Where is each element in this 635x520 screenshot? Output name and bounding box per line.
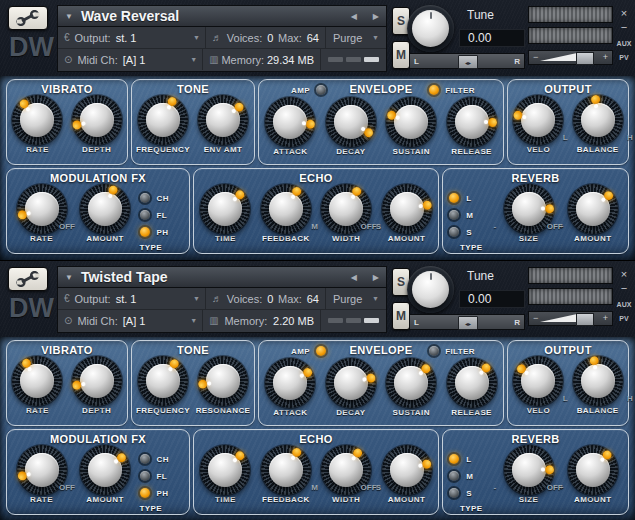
reverb-amount-knob[interactable] bbox=[568, 184, 618, 234]
output-balance-knob[interactable] bbox=[573, 95, 623, 145]
vibrato-rate-knob[interactable] bbox=[12, 95, 62, 145]
aux-button[interactable]: AUX bbox=[617, 298, 632, 311]
pan-slider-handle[interactable]: ◂▸ bbox=[458, 316, 478, 330]
envelope-section: AMP ENVELOPE FILTER ATTACK bbox=[258, 340, 504, 426]
output-balance-knob[interactable] bbox=[573, 356, 623, 406]
envelope-attack-knob[interactable] bbox=[265, 97, 315, 147]
minimize-button[interactable]: − bbox=[621, 281, 627, 295]
prev-instrument-button[interactable]: ◀ bbox=[351, 12, 357, 21]
close-button[interactable]: × bbox=[621, 268, 627, 281]
pv-button[interactable]: PV bbox=[619, 313, 628, 325]
window-controls: × − AUX PV bbox=[614, 268, 634, 325]
output-select[interactable]: € Output: st. 1 ▼ bbox=[58, 27, 206, 48]
envelope-sustain-knob[interactable] bbox=[386, 358, 436, 408]
modfx-amount-knob[interactable] bbox=[80, 445, 130, 495]
vibrato-depth-knob[interactable] bbox=[72, 95, 122, 145]
max-value[interactable]: 64 bbox=[307, 32, 319, 44]
echo-amount-knob[interactable] bbox=[382, 184, 432, 234]
knob-group: SUSTAIN bbox=[382, 97, 440, 156]
knob-group: FREQUENCY bbox=[134, 95, 192, 154]
tone-second-knob[interactable] bbox=[198, 95, 248, 145]
reverb-small-led[interactable] bbox=[449, 488, 459, 498]
amp-led[interactable] bbox=[316, 85, 326, 95]
envelope-decay-knob[interactable] bbox=[326, 358, 376, 408]
mute-button[interactable]: M bbox=[392, 41, 410, 69]
tone-frequency-knob[interactable] bbox=[138, 95, 188, 145]
knob-group: OFF AMOUNT bbox=[564, 184, 622, 243]
envelope-release-knob[interactable] bbox=[447, 358, 497, 408]
collapse-arrow-icon[interactable]: ▼ bbox=[65, 273, 73, 282]
output-select[interactable]: € Output: st. 1 ▼ bbox=[58, 288, 206, 309]
close-button[interactable]: × bbox=[621, 7, 627, 20]
volume-slider[interactable]: − + bbox=[528, 50, 613, 65]
title-bar[interactable]: ▼ Twisted Tape ◀ ▶ bbox=[57, 266, 387, 288]
wrench-button[interactable] bbox=[8, 267, 48, 291]
mute-button[interactable]: M bbox=[392, 302, 410, 330]
tune-value[interactable]: 0.00 bbox=[459, 29, 525, 47]
amp-led[interactable] bbox=[316, 346, 326, 356]
envelope-sustain-knob[interactable] bbox=[386, 97, 436, 147]
knob-group: ENV AMT bbox=[194, 95, 252, 154]
aux-button[interactable]: AUX bbox=[617, 37, 632, 50]
meter-segment bbox=[328, 57, 343, 62]
midi-channel-select[interactable]: ⊙ Midi Ch: [A] 1 ▼ bbox=[58, 310, 203, 331]
envelope-attack-knob[interactable] bbox=[265, 358, 315, 408]
tune-knob[interactable] bbox=[407, 5, 454, 52]
volume-slider-handle[interactable] bbox=[576, 313, 594, 326]
envelope-decay-knob[interactable] bbox=[326, 97, 376, 147]
purge-menu[interactable]: Purge ▼ bbox=[326, 27, 386, 48]
tone-frequency-knob[interactable] bbox=[138, 356, 188, 406]
collapse-arrow-icon[interactable]: ▼ bbox=[65, 12, 73, 21]
reverb-large-led[interactable] bbox=[449, 193, 459, 203]
filter-led[interactable] bbox=[429, 346, 439, 356]
output-velo-knob[interactable] bbox=[513, 356, 563, 406]
phaser-led[interactable] bbox=[140, 227, 150, 237]
midi-channel-select[interactable]: ⊙ Midi Ch: [A] 1 ▼ bbox=[58, 49, 203, 70]
purge-menu[interactable]: Purge ▼ bbox=[326, 288, 386, 309]
filter-led[interactable] bbox=[429, 85, 439, 95]
output-velo-knob[interactable] bbox=[513, 95, 563, 145]
wrench-button[interactable] bbox=[8, 6, 48, 30]
pan-slider-handle[interactable]: ◂▸ bbox=[458, 55, 478, 69]
max-value[interactable]: 64 bbox=[307, 293, 319, 305]
tone-second-knob[interactable] bbox=[198, 356, 248, 406]
chevron-down-icon: ▼ bbox=[190, 56, 197, 63]
modfx-amount-knob[interactable] bbox=[80, 184, 130, 234]
reverb-medium-led[interactable] bbox=[449, 210, 459, 220]
echo-feedback-knob[interactable] bbox=[261, 184, 311, 234]
vibrato-rate-knob[interactable] bbox=[12, 356, 62, 406]
tune-knob[interactable] bbox=[407, 266, 454, 313]
echo-time-knob[interactable] bbox=[200, 184, 250, 234]
echo-time-knob[interactable] bbox=[200, 445, 250, 495]
echo-feedback-knob[interactable] bbox=[261, 445, 311, 495]
flanger-led[interactable] bbox=[140, 210, 150, 220]
dw-logo: DW bbox=[9, 295, 54, 322]
volume-slider[interactable]: − + bbox=[528, 311, 613, 326]
chorus-led[interactable] bbox=[140, 193, 150, 203]
midi-icon: ⊙ bbox=[64, 315, 72, 326]
reverb-large-led[interactable] bbox=[449, 454, 459, 464]
prev-instrument-button[interactable]: ◀ bbox=[351, 273, 357, 282]
envelope-release-knob[interactable] bbox=[447, 97, 497, 147]
volume-slider-handle[interactable] bbox=[576, 52, 594, 65]
title-bar[interactable]: ▼ Wave Reversal ◀ ▶ bbox=[57, 5, 387, 27]
amp-label: AMP bbox=[291, 86, 310, 95]
reverb-medium-led[interactable] bbox=[449, 471, 459, 481]
next-instrument-button[interactable]: ▶ bbox=[373, 273, 379, 282]
pv-button[interactable]: PV bbox=[619, 52, 628, 64]
chorus-led[interactable] bbox=[140, 454, 150, 464]
next-instrument-button[interactable]: ▶ bbox=[373, 12, 379, 21]
vibrato-depth-knob[interactable] bbox=[72, 356, 122, 406]
off-label: OFF bbox=[547, 483, 563, 492]
memory-value: 2.20 MB bbox=[273, 315, 314, 327]
pan-slider[interactable]: L ◂▸ R bbox=[409, 314, 525, 330]
minimize-button[interactable]: − bbox=[621, 20, 627, 34]
reverb-amount-knob[interactable] bbox=[568, 445, 618, 495]
tune-value[interactable]: 0.00 bbox=[459, 290, 525, 308]
echo-amount-knob[interactable] bbox=[382, 445, 432, 495]
reverb-small-led[interactable] bbox=[449, 227, 459, 237]
knob-group: OFF AMOUNT bbox=[378, 445, 436, 504]
flanger-led[interactable] bbox=[140, 471, 150, 481]
pan-slider[interactable]: L ◂▸ R bbox=[409, 53, 525, 69]
phaser-led[interactable] bbox=[140, 488, 150, 498]
